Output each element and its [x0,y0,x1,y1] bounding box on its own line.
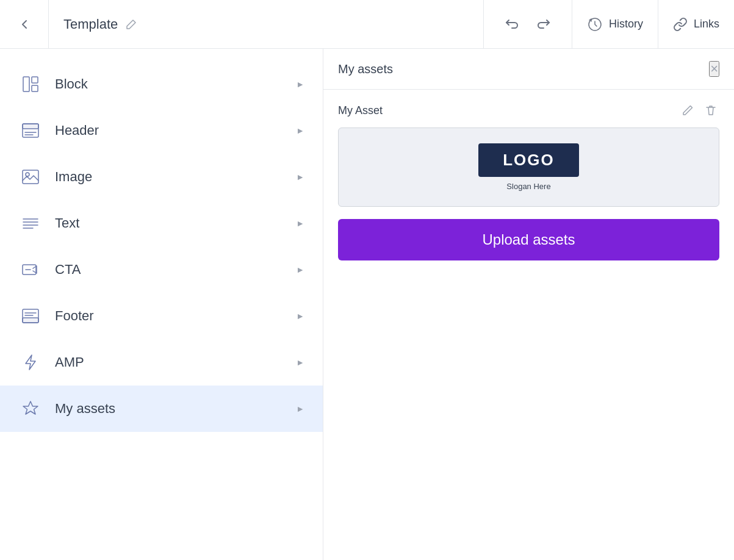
asset-section-actions [679,102,719,119]
panel-close-button[interactable]: × [709,61,719,77]
sidebar-item-image[interactable]: Image ► [0,154,323,200]
svg-point-9 [26,173,29,176]
svg-rect-3 [32,85,38,92]
amp-chevron: ► [296,357,304,367]
panel-header: My assets × [323,49,734,90]
asset-delete-button[interactable] [702,102,719,119]
svg-rect-5 [23,124,38,129]
history-section[interactable]: History [572,0,658,48]
links-icon [673,17,688,32]
cta-chevron: ► [296,265,304,275]
header-label: Header [55,123,284,138]
svg-rect-1 [23,77,29,92]
sidebar-item-my-assets[interactable]: My assets ► [0,386,323,432]
undo-redo-section [484,0,572,48]
panel-title: My assets [338,62,393,76]
asset-section-title: My Asset [338,104,383,117]
main-layout: Block ► Header ► [0,49,734,560]
text-chevron: ► [296,218,304,228]
asset-section-header: My Asset [338,102,719,119]
image-chevron: ► [296,172,304,182]
upload-assets-button[interactable]: Upload assets [338,219,719,260]
cta-label: CTA [55,262,284,278]
back-button[interactable] [0,0,49,48]
logo-card: LOGO Slogan Here [478,143,579,191]
sidebar-item-text[interactable]: Text ► [0,200,323,246]
sidebar-item-amp[interactable]: AMP ► [0,339,323,386]
title-edit-icon[interactable] [125,18,137,31]
my-assets-label: My assets [55,401,284,417]
links-label: Links [694,18,719,31]
topbar: Template History [0,0,734,49]
panel-content: My Asset LOGO [323,90,734,560]
footer-chevron: ► [296,311,304,321]
sidebar-item-cta[interactable]: CTA ► [0,246,323,293]
right-panel: My assets × My Asset [323,49,734,560]
amp-icon [18,350,43,375]
image-label: Image [55,169,284,185]
block-label: Block [55,76,284,92]
redo-button[interactable] [530,11,557,38]
header-chevron: ► [296,126,304,135]
image-icon [18,165,43,189]
title-section: Template [49,0,484,48]
logo-slogan: Slogan Here [506,182,550,191]
history-label: History [609,18,643,31]
sidebar: Block ► Header ► [0,49,323,560]
header-icon [18,118,43,143]
asset-edit-button[interactable] [679,102,696,119]
block-chevron: ► [296,79,304,89]
svg-rect-8 [23,170,38,184]
links-section[interactable]: Links [658,0,734,48]
footer-label: Footer [55,308,284,324]
history-icon [587,16,603,32]
sidebar-item-header[interactable]: Header ► [0,107,323,154]
amp-label: AMP [55,354,284,370]
block-icon [18,72,43,96]
svg-rect-2 [32,77,38,83]
logo-text: LOGO [478,143,579,177]
sidebar-item-block[interactable]: Block ► [0,61,323,107]
text-label: Text [55,215,284,231]
text-icon [18,211,43,235]
cta-icon [18,257,43,282]
sidebar-item-footer[interactable]: Footer ► [0,293,323,339]
footer-icon [18,304,43,328]
page-title: Template [63,16,118,32]
my-assets-icon [18,397,43,421]
undo-button[interactable] [498,11,525,38]
svg-rect-17 [23,318,38,323]
asset-preview: LOGO Slogan Here [338,127,719,207]
back-icon [18,18,31,31]
my-assets-chevron: ► [296,404,304,414]
